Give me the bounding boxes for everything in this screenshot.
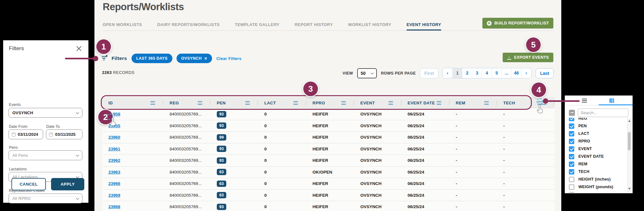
checkbox-checked[interactable] bbox=[569, 139, 574, 144]
cow-id-link[interactable]: 23963 bbox=[108, 170, 120, 175]
pagination-page-5[interactable]: 5 bbox=[492, 68, 502, 78]
checkbox-checked[interactable] bbox=[569, 131, 574, 136]
scroll-up-arrow-icon[interactable] bbox=[628, 120, 631, 122]
cell-lact: 0 bbox=[258, 170, 306, 175]
pagination-page-46[interactable]: 46 bbox=[512, 68, 521, 78]
checkbox-checked[interactable] bbox=[569, 118, 574, 121]
cell-reg: 840003205769... bbox=[163, 204, 210, 209]
cell-event-date: 06/25/24 bbox=[401, 135, 449, 140]
cow-id-link[interactable]: 23969 bbox=[108, 193, 120, 198]
pen-badge: 93 bbox=[217, 157, 226, 164]
tab-worklist-history[interactable]: WORKLIST HISTORY bbox=[348, 19, 391, 30]
date-to-label: Date To bbox=[46, 124, 60, 129]
annotation-badge-5: 5 bbox=[526, 37, 541, 52]
scroll-down-arrow-icon[interactable] bbox=[628, 188, 631, 190]
tab-open-worklists[interactable]: OPEN WORKLISTS bbox=[103, 19, 142, 30]
divider bbox=[9, 174, 83, 174]
pagination-page-4[interactable]: 4 bbox=[482, 68, 492, 78]
cell-lact: 0 bbox=[258, 135, 306, 140]
cell-event: OVSYNCH bbox=[354, 204, 401, 209]
chip-label: OVSYNCH bbox=[181, 56, 202, 61]
build-report-worklist-button[interactable]: BUILD REPORT/WORKLIST bbox=[482, 18, 553, 29]
tab-event-history[interactable]: EVENT HISTORY bbox=[407, 19, 441, 30]
filter-funnel-icon[interactable] bbox=[101, 56, 107, 61]
column-picker-item-label: WEIGHT (pounds) bbox=[578, 185, 613, 189]
checkbox-checked[interactable] bbox=[569, 146, 574, 152]
cell-id: 23968 bbox=[102, 204, 163, 209]
calendar-icon bbox=[12, 133, 16, 136]
pagination-first-button[interactable]: First bbox=[420, 68, 438, 78]
pagination-page-3[interactable]: 3 bbox=[472, 68, 482, 78]
cell-tech: - bbox=[497, 204, 555, 209]
cell-reg: 840003205769... bbox=[163, 170, 210, 175]
pen-badge: 63 bbox=[217, 181, 226, 187]
checkbox-unchecked[interactable] bbox=[569, 177, 574, 182]
column-picker-search-row bbox=[565, 108, 633, 118]
cell-event: OVSYNCH bbox=[354, 135, 401, 140]
cell-event: OVSYNCH bbox=[354, 170, 401, 175]
cow-id-link[interactable]: 23961 bbox=[108, 147, 120, 151]
annotation-line-1 bbox=[65, 58, 97, 59]
tab-report-history[interactable]: REPORT HISTORY bbox=[295, 19, 333, 30]
date-from-label: Date From bbox=[9, 124, 27, 129]
cell-lact: 0 bbox=[258, 193, 306, 198]
table-row: 23969840003205769...630HEIFEROVSYNCH06/2… bbox=[102, 190, 555, 201]
pagination-page-[interactable]: ... bbox=[502, 68, 512, 78]
checkbox-checked[interactable] bbox=[569, 169, 574, 175]
cow-id-link[interactable]: 23966 bbox=[108, 181, 120, 186]
pagination-pages: ‹12345...46› bbox=[442, 68, 531, 78]
cell-rpro: HEIFER bbox=[306, 181, 354, 186]
annotation-badge-1: 1 bbox=[96, 39, 111, 54]
column-search-input[interactable] bbox=[578, 109, 628, 117]
records-count-value: 2263 bbox=[102, 70, 112, 75]
tab-dairy-reports-worklists[interactable]: DAIRY REPORTS/WORKLISTS bbox=[157, 19, 220, 30]
rows-per-page-select[interactable]: 50 bbox=[357, 68, 377, 78]
cow-id-link[interactable]: 23968 bbox=[108, 204, 120, 209]
pen-badge: 99 bbox=[217, 134, 226, 141]
cancel-button[interactable]: CANCEL bbox=[11, 178, 46, 190]
pagination-next-button[interactable]: › bbox=[521, 68, 531, 78]
apply-button[interactable]: APPLY bbox=[51, 178, 84, 190]
chevron-down-icon bbox=[76, 196, 79, 200]
cell-event: OVSYNCH bbox=[354, 112, 401, 116]
cell-event-date: 06/25/24 bbox=[401, 204, 449, 209]
hamburger-menu-icon[interactable] bbox=[582, 99, 587, 102]
events-select[interactable]: OVSYNCH bbox=[9, 108, 82, 118]
scrollbar[interactable] bbox=[627, 118, 631, 191]
cow-id-link[interactable]: 23960 bbox=[108, 135, 120, 140]
column-picker-item-label: PEN bbox=[578, 124, 587, 128]
pen-badge: 93 bbox=[217, 146, 226, 152]
checkbox-checked[interactable] bbox=[569, 162, 574, 167]
column-picker-item-event: EVENT bbox=[569, 145, 624, 153]
date-from-field[interactable]: 03/11/2024 bbox=[9, 129, 43, 139]
filter-chip-ovsynch[interactable]: OVSYNCH× bbox=[177, 54, 212, 63]
export-events-button[interactable]: EXPORT EVENTS bbox=[503, 53, 553, 62]
pagination-page-1[interactable]: 1 bbox=[453, 68, 462, 78]
date-to-field[interactable]: 03/11/2025 bbox=[46, 129, 82, 139]
checkbox-checked[interactable] bbox=[569, 123, 574, 129]
scrollbar-thumb[interactable] bbox=[628, 132, 631, 150]
checkbox-unchecked[interactable] bbox=[569, 184, 574, 190]
select-all-checkbox[interactable] bbox=[569, 110, 575, 116]
filter-bar: Filters LAST 365 DAYSOVSYNCH× Clear Filt… bbox=[101, 53, 242, 63]
pagination-prev-button[interactable]: ‹ bbox=[443, 68, 453, 78]
chip-remove-icon[interactable]: × bbox=[204, 57, 207, 60]
filter-chip-last-365-days[interactable]: LAST 365 DAYS bbox=[132, 54, 172, 63]
cow-id-link[interactable]: 23962 bbox=[108, 158, 120, 163]
tab-template-gallery[interactable]: TEMPLATE GALLERY bbox=[235, 19, 280, 30]
clear-filters-link[interactable]: Clear Filters bbox=[216, 56, 242, 61]
pagination-last-button[interactable]: Last bbox=[536, 68, 554, 78]
pens-select[interactable]: All Pens bbox=[9, 150, 82, 160]
repro-codes-select[interactable]: All RPRO bbox=[9, 194, 82, 203]
close-icon[interactable] bbox=[76, 46, 82, 51]
pens-label: Pens bbox=[9, 145, 18, 150]
calendar-icon bbox=[49, 133, 53, 136]
cell-reg: 840003205769... bbox=[163, 112, 210, 116]
cell-reg: 840003205769... bbox=[163, 135, 210, 140]
columns-icon[interactable] bbox=[609, 98, 614, 103]
checkbox-checked[interactable] bbox=[569, 154, 574, 159]
pagination-page-2[interactable]: 2 bbox=[462, 68, 472, 78]
filters-panel: Filters Events OVSYNCH Date From Date To… bbox=[3, 40, 88, 203]
cell-pen: 93 bbox=[210, 157, 258, 164]
checkbox-unchecked[interactable] bbox=[569, 192, 574, 193]
